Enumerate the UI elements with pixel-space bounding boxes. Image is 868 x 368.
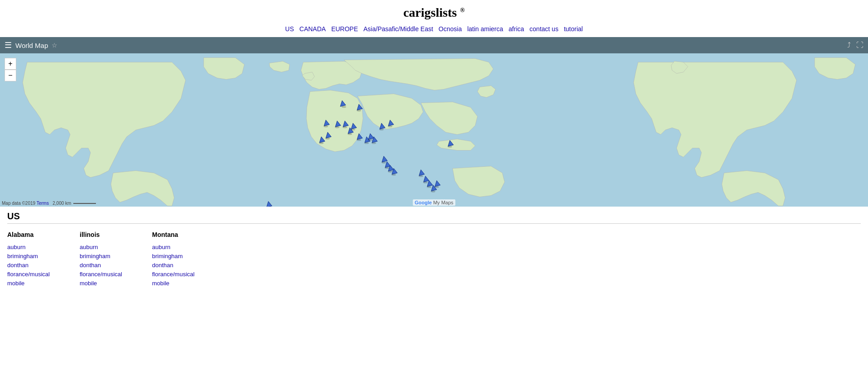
list-item: auburn xyxy=(7,243,71,251)
city-link-brimingham[interactable]: brimingham xyxy=(80,253,110,259)
list-item: brimingham xyxy=(80,252,143,260)
svg-point-1 xyxy=(342,106,346,108)
svg-point-8 xyxy=(325,138,330,140)
section-divider xyxy=(7,223,861,224)
list-item: florance/musical xyxy=(80,270,143,278)
nav-item-asia/pasafic/middle-east[interactable]: Asia/Pasafic/Middle East xyxy=(363,25,433,33)
state-name-alabama: Alabama xyxy=(7,231,71,238)
city-list-montana: auburnbriminghamdonthanflorance/musicalm… xyxy=(152,243,215,287)
site-header: carigslists ® xyxy=(0,0,868,23)
list-item: auburn xyxy=(152,243,215,251)
nav-item-europe[interactable]: EUROPE xyxy=(331,25,358,33)
my-maps-label: My Maps xyxy=(433,200,453,205)
list-item: mobile xyxy=(152,279,215,287)
nav-item-contact-us[interactable]: contact us xyxy=(529,25,558,33)
city-link-brimingham[interactable]: brimingham xyxy=(7,253,38,259)
svg-point-23 xyxy=(431,191,435,193)
sidebar-toggle-icon[interactable]: ☰ xyxy=(5,40,12,50)
section-title: US xyxy=(7,211,861,222)
list-item: florance/musical xyxy=(152,270,215,278)
state-name-montana: Montana xyxy=(152,231,215,238)
city-link-brimingham[interactable]: brimingham xyxy=(152,253,183,259)
nav-item-tutorial[interactable]: tutorial xyxy=(564,25,583,33)
star-icon[interactable]: ☆ xyxy=(52,42,57,49)
map-data-label: Map data ©2019 xyxy=(2,201,35,206)
svg-point-25 xyxy=(448,146,452,148)
list-item: mobile xyxy=(7,279,71,287)
list-item: donthan xyxy=(7,261,71,269)
svg-point-13 xyxy=(372,142,376,144)
svg-point-24 xyxy=(434,186,439,188)
nav-item-ocnosia[interactable]: Ocnosia xyxy=(439,25,462,33)
city-link-auburn[interactable]: auburn xyxy=(152,244,170,250)
map-scale: 2,000 km xyxy=(52,201,71,206)
svg-point-6 xyxy=(348,133,352,135)
zoom-in-button[interactable]: + xyxy=(5,58,16,70)
list-item: brimingham xyxy=(7,252,71,260)
svg-point-12 xyxy=(368,139,372,141)
nav-item-latin-amierca[interactable]: latin amierca xyxy=(467,25,503,33)
states-row: Alabamaauburnbriminghamdonthanflorance/m… xyxy=(7,231,861,288)
city-link-florance/musical[interactable]: florance/musical xyxy=(80,271,122,278)
list-item: auburn xyxy=(80,243,143,251)
city-link-mobile[interactable]: mobile xyxy=(80,280,97,287)
svg-point-10 xyxy=(357,139,361,141)
svg-point-17 xyxy=(385,167,389,169)
svg-point-19 xyxy=(391,174,396,176)
share-icon[interactable]: ⤴ xyxy=(847,41,851,49)
list-item: donthan xyxy=(80,261,143,269)
svg-point-21 xyxy=(423,182,428,184)
svg-point-18 xyxy=(388,171,392,173)
list-item: donthan xyxy=(152,261,215,269)
svg-point-5 xyxy=(343,127,347,128)
svg-point-2 xyxy=(357,110,361,112)
state-name-illinois: illinois xyxy=(80,231,143,238)
city-link-donthan[interactable]: donthan xyxy=(80,262,101,269)
map-data-bar: Map data ©2019 Terms 2,000 km xyxy=(2,201,96,206)
zoom-out-button[interactable]: − xyxy=(5,70,16,81)
city-link-florance/musical[interactable]: florance/musical xyxy=(152,271,195,278)
svg-point-22 xyxy=(427,186,431,188)
list-item: brimingham xyxy=(152,252,215,260)
map-wrapper: ☰ World Map ☆ ⤴ ⛶ xyxy=(0,37,868,207)
svg-point-4 xyxy=(335,127,339,128)
city-link-auburn[interactable]: auburn xyxy=(80,244,98,250)
city-list-illinois: auburnbriminghamdonthanflorance/musicalm… xyxy=(80,243,143,287)
city-link-donthan[interactable]: donthan xyxy=(7,262,29,269)
map-toolbar: ☰ World Map ☆ ⤴ ⛶ xyxy=(0,37,868,53)
city-link-auburn[interactable]: auburn xyxy=(7,244,25,250)
nav-item-africa[interactable]: africa xyxy=(509,25,524,33)
list-item: florance/musical xyxy=(7,270,71,278)
map-svg-container: + − Map data ©2019 Terms 2,000 km Google… xyxy=(0,53,868,207)
nav-item-us[interactable]: US xyxy=(285,25,294,33)
city-link-florance/musical[interactable]: florance/musical xyxy=(7,271,50,278)
map-terms-link[interactable]: Terms xyxy=(37,201,49,206)
site-title: carigslists ® xyxy=(403,5,465,19)
svg-point-20 xyxy=(419,175,423,177)
svg-point-14 xyxy=(379,129,384,131)
city-link-mobile[interactable]: mobile xyxy=(152,280,169,287)
nav-item-canada[interactable]: CANADA xyxy=(300,25,326,33)
city-link-mobile[interactable]: mobile xyxy=(7,280,24,287)
list-item: mobile xyxy=(80,279,143,287)
google-label: Google xyxy=(415,200,432,205)
fullscreen-icon[interactable]: ⛶ xyxy=(856,41,863,49)
main-nav: USCANADAEUROPEAsia/Pasafic/Middle EastOc… xyxy=(0,23,868,37)
city-link-donthan[interactable]: donthan xyxy=(152,262,173,269)
zoom-controls: + − xyxy=(5,58,16,81)
svg-point-7 xyxy=(351,129,355,131)
map-title: World Map xyxy=(15,42,48,49)
svg-point-15 xyxy=(388,126,392,127)
state-col-illinois: illinoisauburnbriminghamdonthanflorance/… xyxy=(80,231,152,288)
svg-point-9 xyxy=(319,142,324,144)
svg-point-11 xyxy=(364,142,369,144)
city-list-alabama: auburnbriminghamdonthanflorance/musicalm… xyxy=(7,243,71,287)
content-section: US Alabamaauburnbriminghamdonthanfloranc… xyxy=(0,207,868,293)
map-credit: Google My Maps xyxy=(413,199,455,206)
state-col-montana: Montanaauburnbriminghamdonthanflorance/m… xyxy=(152,231,224,288)
state-col-alabama: Alabamaauburnbriminghamdonthanflorance/m… xyxy=(7,231,80,288)
svg-point-3 xyxy=(324,126,328,127)
svg-point-16 xyxy=(382,162,386,164)
